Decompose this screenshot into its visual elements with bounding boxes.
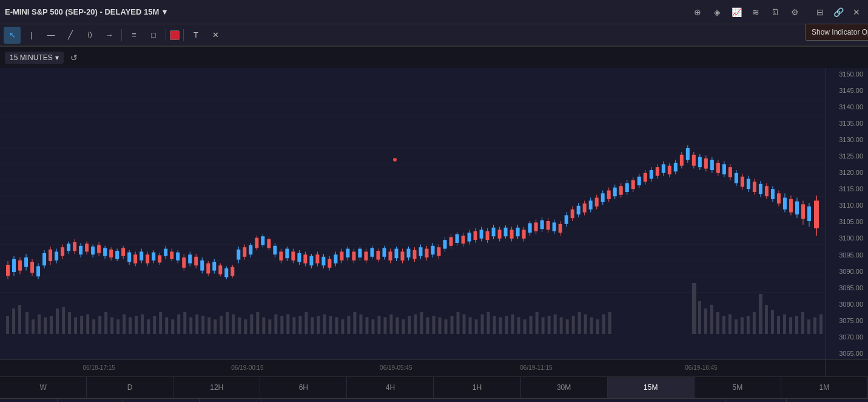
svg-rect-193: [176, 253, 180, 261]
chart-main[interactable]: [0, 68, 826, 359]
svg-rect-53: [244, 319, 247, 334]
svg-rect-80: [408, 316, 411, 334]
svg-rect-83: [426, 317, 429, 334]
refresh-button[interactable]: ↺: [67, 51, 81, 64]
svg-rect-134: [813, 317, 816, 334]
svg-rect-135: [819, 315, 823, 334]
settings-icon[interactable]: ⚙: [788, 5, 801, 19]
svg-rect-153: [55, 251, 58, 260]
period-15M[interactable]: 15M: [608, 377, 695, 398]
svg-rect-283: [449, 237, 453, 245]
svg-rect-201: [200, 261, 204, 271]
svg-rect-22: [56, 308, 59, 334]
text-tool[interactable]: T: [187, 27, 204, 44]
svg-rect-141: [18, 261, 22, 271]
close-button[interactable]: ✕: [850, 5, 863, 19]
timeframe-selector[interactable]: 15 MINUTES ▾: [5, 52, 64, 64]
cursor-tool[interactable]: ↖: [4, 27, 21, 44]
svg-rect-94: [493, 316, 496, 334]
svg-rect-64: [311, 317, 314, 334]
svg-rect-221: [261, 236, 264, 245]
period-4H[interactable]: 4H: [347, 377, 434, 398]
period-6H[interactable]: 6H: [260, 377, 347, 398]
svg-rect-123: [747, 316, 750, 334]
svg-rect-369: [710, 160, 714, 170]
period-1H[interactable]: 1H: [434, 377, 520, 398]
svg-rect-171: [109, 250, 113, 257]
svg-rect-127: [771, 310, 774, 334]
svg-rect-24: [68, 312, 71, 334]
period-12H[interactable]: 12H: [173, 377, 260, 398]
svg-rect-119: [722, 316, 725, 334]
svg-rect-353: [662, 164, 665, 172]
svg-rect-68: [335, 317, 338, 334]
minimize-button[interactable]: ⊟: [813, 5, 827, 19]
svg-rect-18: [32, 319, 35, 334]
svg-rect-73: [365, 317, 368, 334]
svg-rect-93: [487, 312, 490, 334]
calendar-icon[interactable]: 🗓 Show Indicator Options: [769, 5, 782, 19]
period-5M[interactable]: 5M: [695, 377, 781, 398]
svg-rect-72: [359, 315, 362, 334]
svg-rect-84: [432, 316, 436, 334]
svg-rect-217: [249, 245, 252, 255]
svg-rect-345: [638, 177, 641, 185]
svg-rect-401: [807, 206, 811, 221]
bookmark-icon[interactable]: ◈: [710, 5, 724, 19]
svg-rect-109: [584, 315, 587, 334]
svg-rect-367: [704, 158, 708, 169]
ray-tool[interactable]: →: [101, 27, 118, 44]
svg-rect-225: [273, 246, 277, 254]
dash-tool[interactable]: —: [42, 27, 59, 44]
channel-tool[interactable]: ⟨⟩: [81, 27, 98, 44]
svg-rect-349: [650, 170, 653, 179]
layers-icon[interactable]: ≋: [749, 5, 762, 19]
timeframe-dropdown-icon: ▾: [55, 53, 59, 62]
drawing-toolbar: ↖ | — ╱ ⟨⟩ → ≡ □ T ✕: [0, 24, 868, 46]
indicator-tooltip: Show Indicator Options: [805, 24, 868, 41]
svg-rect-111: [596, 319, 599, 334]
svg-rect-183: [146, 254, 149, 263]
svg-rect-86: [445, 319, 448, 334]
svg-rect-387: [765, 186, 769, 196]
link-button[interactable]: 🔗: [832, 5, 845, 19]
svg-rect-173: [115, 251, 119, 259]
svg-rect-233: [297, 253, 301, 262]
svg-rect-71: [353, 312, 356, 334]
period-1M[interactable]: 1M: [781, 377, 868, 398]
bid-section: BID 3118.00 21: [200, 399, 261, 402]
period-D[interactable]: D: [87, 377, 173, 398]
svg-rect-143: [24, 257, 28, 267]
chart-line-icon[interactable]: 📈: [730, 5, 743, 19]
svg-rect-203: [206, 264, 210, 274]
title-dropdown-icon[interactable]: ▾: [163, 7, 167, 16]
period-W[interactable]: W: [0, 377, 87, 398]
line-tool[interactable]: |: [23, 27, 40, 44]
delete-tool[interactable]: ✕: [207, 27, 224, 44]
svg-rect-285: [456, 234, 459, 243]
svg-rect-130: [789, 317, 792, 334]
svg-rect-30: [104, 312, 107, 334]
price-3125: 3125.00: [827, 152, 866, 160]
price-3100: 3100.00: [827, 234, 866, 242]
svg-rect-321: [565, 215, 568, 223]
crosshair-icon[interactable]: ⊕: [691, 5, 704, 19]
price-3140: 3140.00: [827, 103, 866, 111]
svg-rect-81: [414, 315, 417, 334]
svg-rect-373: [722, 164, 726, 174]
svg-rect-44: [189, 317, 192, 334]
angled-line-tool[interactable]: ╱: [62, 27, 79, 44]
svg-rect-251: [352, 251, 355, 260]
sell-section: SELL MARKET SELL BID SELL ASK: [787, 399, 868, 402]
color-picker[interactable]: [170, 30, 180, 40]
price-3095: 3095.00: [827, 251, 866, 259]
svg-rect-317: [553, 222, 556, 231]
rectangle-tool[interactable]: □: [145, 27, 162, 44]
period-30M[interactable]: 30M: [521, 377, 608, 398]
svg-rect-313: [540, 220, 544, 229]
svg-rect-179: [133, 254, 137, 263]
svg-rect-275: [425, 249, 429, 257]
svg-rect-105: [560, 317, 563, 334]
svg-rect-108: [578, 312, 581, 334]
parallel-tool[interactable]: ≡: [126, 27, 143, 44]
